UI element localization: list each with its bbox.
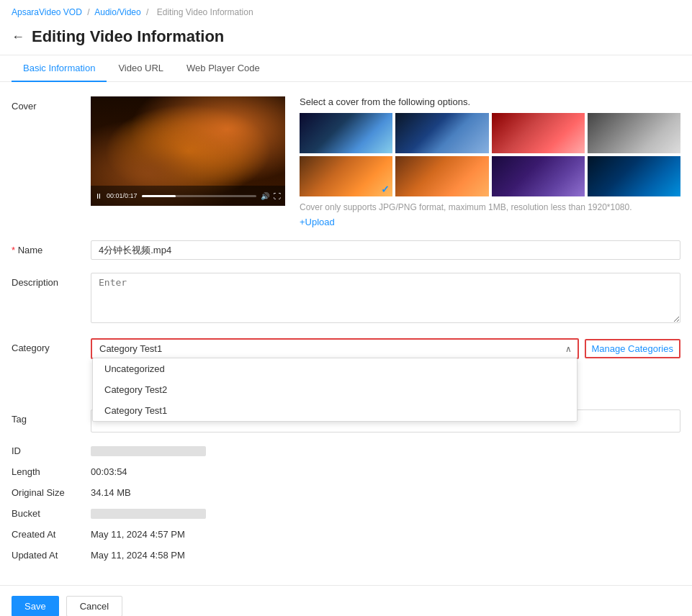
cover-thumb-1[interactable] [300,113,392,153]
footer-bar: Save Cancel [0,585,692,616]
name-field [91,240,680,260]
cover-thumb-3[interactable] [492,113,585,153]
category-select[interactable]: Category Test1 [92,340,578,358]
dropdown-item-category-test1[interactable]: Category Test1 [93,400,577,421]
progress-bar[interactable] [142,195,256,197]
tab-basic-information[interactable]: Basic Information [12,55,107,82]
bucket-label: Bucket [12,508,91,519]
cancel-button[interactable]: Cancel [66,596,122,616]
name-input[interactable] [91,240,680,260]
breadcrumb: ApsaraVideo VOD / Audio/Video / Editing … [0,0,692,22]
breadcrumb-current: Editing Video Information [157,7,253,17]
id-row: ID [12,445,680,456]
size-label: Original Size [12,487,91,498]
main-content: Cover ⏸ 00:01/0:17 🔊 ⛶ [0,82,692,585]
updated-value: May 11, 2024 4:58 PM [91,550,185,561]
upload-cover-button[interactable]: +Upload [300,217,680,227]
cover-thumb-2[interactable] [395,113,488,153]
save-button[interactable]: Save [12,596,59,616]
description-field [91,273,680,325]
description-label: Description [12,273,91,288]
bucket-value [91,509,206,519]
cover-options: Select a cover from the following option… [300,96,680,227]
page-header: ← Editing Video Information [0,22,692,55]
cover-thumb-6[interactable] [395,156,488,196]
size-row: Original Size 34.14 MB [12,487,680,498]
category-row: Category Category Test1 ∧ Uncategorized … [12,338,680,359]
category-label: Category [12,338,91,353]
video-controls-bar: ⏸ 00:01/0:17 🔊 ⛶ [91,186,285,206]
play-button[interactable]: ⏸ [95,192,102,200]
back-button[interactable]: ← [12,30,24,45]
tag-label: Tag [12,409,91,425]
length-row: Length 00:03:54 [12,466,680,477]
fullscreen-button[interactable]: ⛶ [274,192,281,200]
manage-categories-link[interactable]: Manage Categories [585,339,680,358]
cover-thumb-4[interactable] [588,113,680,153]
cover-thumbnails [300,113,680,196]
created-row: Created At May 11, 2024 4:57 PM [12,529,680,540]
bucket-row: Bucket [12,508,680,519]
category-field: Category Test1 ∧ Uncategorized Category … [91,338,680,359]
category-select-wrapper: Category Test1 ∧ Uncategorized Category … [91,338,579,359]
cover-format-note: Cover only supports JPG/PNG format, maxi… [300,202,680,212]
created-value: May 11, 2024 4:57 PM [91,529,185,540]
length-value: 00:03:54 [91,466,127,477]
size-value: 34.14 MB [91,487,131,498]
cover-video-preview: ⏸ 00:01/0:17 🔊 ⛶ [91,96,285,206]
breadcrumb-sep1: / [87,7,89,17]
tab-web-player-code[interactable]: Web Player Code [175,55,271,82]
volume-button[interactable]: 🔊 [261,192,269,200]
dropdown-item-category-test2[interactable]: Category Test2 [93,379,577,400]
dropdown-item-uncategorized[interactable]: Uncategorized [93,358,577,379]
breadcrumb-vod[interactable]: ApsaraVideo VOD [12,7,82,17]
progress-fill [142,195,176,197]
updated-row: Updated At May 11, 2024 4:58 PM [12,550,680,561]
id-value [91,446,206,456]
cover-thumb-5[interactable] [300,156,392,196]
tab-video-url[interactable]: Video URL [107,55,175,82]
breadcrumb-audio-video[interactable]: Audio/Video [94,7,141,17]
cover-thumb-7[interactable] [492,156,585,196]
created-label: Created At [12,529,91,540]
name-row: Name [12,240,680,260]
category-dropdown: Uncategorized Category Test2 Category Te… [92,358,578,422]
breadcrumb-sep2: / [146,7,148,17]
id-label: ID [12,445,91,456]
cover-row: Cover ⏸ 00:01/0:17 🔊 ⛶ [12,96,680,227]
page-title: Editing Video Information [32,27,224,46]
name-label: Name [12,240,91,255]
description-row: Description [12,273,680,325]
length-label: Length [12,466,91,477]
cover-thumb-8[interactable] [588,156,680,196]
updated-label: Updated At [12,550,91,561]
category-selector-row: Category Test1 ∧ Uncategorized Category … [91,338,680,359]
cover-field: ⏸ 00:01/0:17 🔊 ⛶ Select a cover from the… [91,96,680,227]
tab-bar: Basic Information Video URL Web Player C… [0,55,692,82]
cover-hint: Select a cover from the following option… [300,96,680,107]
description-input[interactable] [91,273,680,323]
cover-label: Cover [12,96,91,112]
video-time: 00:01/0:17 [107,192,138,199]
